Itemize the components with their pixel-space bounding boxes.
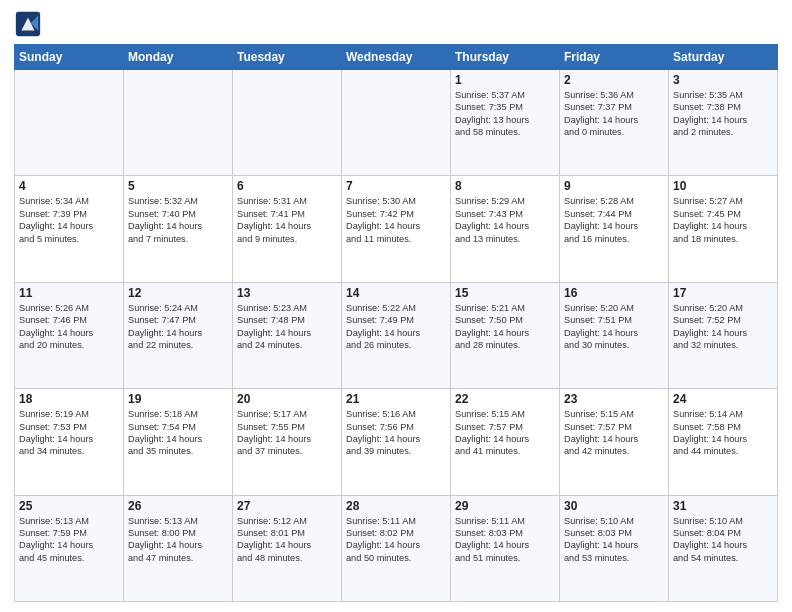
day-number: 17 [673,286,773,300]
day-info: Sunrise: 5:11 AM Sunset: 8:03 PM Dayligh… [455,515,555,565]
calendar-week-4: 18Sunrise: 5:19 AM Sunset: 7:53 PM Dayli… [15,389,778,495]
calendar-cell: 6Sunrise: 5:31 AM Sunset: 7:41 PM Daylig… [233,176,342,282]
day-number: 29 [455,499,555,513]
calendar-cell: 20Sunrise: 5:17 AM Sunset: 7:55 PM Dayli… [233,389,342,495]
day-info: Sunrise: 5:31 AM Sunset: 7:41 PM Dayligh… [237,195,337,245]
day-number: 7 [346,179,446,193]
day-number: 30 [564,499,664,513]
calendar-table: SundayMondayTuesdayWednesdayThursdayFrid… [14,44,778,602]
day-info: Sunrise: 5:10 AM Sunset: 8:03 PM Dayligh… [564,515,664,565]
calendar-cell [124,70,233,176]
day-header-sunday: Sunday [15,45,124,70]
calendar-cell: 2Sunrise: 5:36 AM Sunset: 7:37 PM Daylig… [560,70,669,176]
calendar-cell: 29Sunrise: 5:11 AM Sunset: 8:03 PM Dayli… [451,495,560,601]
calendar-week-3: 11Sunrise: 5:26 AM Sunset: 7:46 PM Dayli… [15,282,778,388]
day-header-tuesday: Tuesday [233,45,342,70]
day-info: Sunrise: 5:26 AM Sunset: 7:46 PM Dayligh… [19,302,119,352]
day-info: Sunrise: 5:24 AM Sunset: 7:47 PM Dayligh… [128,302,228,352]
day-number: 13 [237,286,337,300]
day-number: 24 [673,392,773,406]
day-info: Sunrise: 5:37 AM Sunset: 7:35 PM Dayligh… [455,89,555,139]
logo [14,10,46,38]
day-header-wednesday: Wednesday [342,45,451,70]
calendar-cell [233,70,342,176]
day-info: Sunrise: 5:13 AM Sunset: 7:59 PM Dayligh… [19,515,119,565]
day-info: Sunrise: 5:21 AM Sunset: 7:50 PM Dayligh… [455,302,555,352]
day-number: 4 [19,179,119,193]
day-header-saturday: Saturday [669,45,778,70]
calendar-cell: 8Sunrise: 5:29 AM Sunset: 7:43 PM Daylig… [451,176,560,282]
day-number: 19 [128,392,228,406]
day-info: Sunrise: 5:11 AM Sunset: 8:02 PM Dayligh… [346,515,446,565]
logo-icon [14,10,42,38]
day-number: 16 [564,286,664,300]
calendar-week-2: 4Sunrise: 5:34 AM Sunset: 7:39 PM Daylig… [15,176,778,282]
day-info: Sunrise: 5:17 AM Sunset: 7:55 PM Dayligh… [237,408,337,458]
calendar-cell [342,70,451,176]
day-header-friday: Friday [560,45,669,70]
day-info: Sunrise: 5:12 AM Sunset: 8:01 PM Dayligh… [237,515,337,565]
day-number: 10 [673,179,773,193]
day-number: 28 [346,499,446,513]
day-number: 31 [673,499,773,513]
day-info: Sunrise: 5:10 AM Sunset: 8:04 PM Dayligh… [673,515,773,565]
day-info: Sunrise: 5:20 AM Sunset: 7:51 PM Dayligh… [564,302,664,352]
day-info: Sunrise: 5:29 AM Sunset: 7:43 PM Dayligh… [455,195,555,245]
calendar-cell: 12Sunrise: 5:24 AM Sunset: 7:47 PM Dayli… [124,282,233,388]
day-number: 22 [455,392,555,406]
day-number: 14 [346,286,446,300]
day-info: Sunrise: 5:14 AM Sunset: 7:58 PM Dayligh… [673,408,773,458]
day-number: 23 [564,392,664,406]
day-number: 6 [237,179,337,193]
day-info: Sunrise: 5:22 AM Sunset: 7:49 PM Dayligh… [346,302,446,352]
calendar-cell: 10Sunrise: 5:27 AM Sunset: 7:45 PM Dayli… [669,176,778,282]
calendar-cell: 15Sunrise: 5:21 AM Sunset: 7:50 PM Dayli… [451,282,560,388]
day-number: 3 [673,73,773,87]
calendar-cell: 16Sunrise: 5:20 AM Sunset: 7:51 PM Dayli… [560,282,669,388]
calendar-cell: 3Sunrise: 5:35 AM Sunset: 7:38 PM Daylig… [669,70,778,176]
day-info: Sunrise: 5:35 AM Sunset: 7:38 PM Dayligh… [673,89,773,139]
day-number: 15 [455,286,555,300]
day-info: Sunrise: 5:18 AM Sunset: 7:54 PM Dayligh… [128,408,228,458]
day-info: Sunrise: 5:13 AM Sunset: 8:00 PM Dayligh… [128,515,228,565]
day-number: 21 [346,392,446,406]
day-number: 20 [237,392,337,406]
calendar-cell: 17Sunrise: 5:20 AM Sunset: 7:52 PM Dayli… [669,282,778,388]
day-number: 12 [128,286,228,300]
calendar-cell: 22Sunrise: 5:15 AM Sunset: 7:57 PM Dayli… [451,389,560,495]
day-info: Sunrise: 5:36 AM Sunset: 7:37 PM Dayligh… [564,89,664,139]
calendar-cell: 21Sunrise: 5:16 AM Sunset: 7:56 PM Dayli… [342,389,451,495]
day-number: 27 [237,499,337,513]
calendar-cell: 25Sunrise: 5:13 AM Sunset: 7:59 PM Dayli… [15,495,124,601]
day-number: 26 [128,499,228,513]
day-number: 1 [455,73,555,87]
calendar-week-1: 1Sunrise: 5:37 AM Sunset: 7:35 PM Daylig… [15,70,778,176]
day-info: Sunrise: 5:23 AM Sunset: 7:48 PM Dayligh… [237,302,337,352]
day-number: 9 [564,179,664,193]
day-header-monday: Monday [124,45,233,70]
calendar-cell: 28Sunrise: 5:11 AM Sunset: 8:02 PM Dayli… [342,495,451,601]
day-number: 18 [19,392,119,406]
calendar-cell: 9Sunrise: 5:28 AM Sunset: 7:44 PM Daylig… [560,176,669,282]
day-number: 2 [564,73,664,87]
calendar-cell: 1Sunrise: 5:37 AM Sunset: 7:35 PM Daylig… [451,70,560,176]
calendar-week-5: 25Sunrise: 5:13 AM Sunset: 7:59 PM Dayli… [15,495,778,601]
day-info: Sunrise: 5:15 AM Sunset: 7:57 PM Dayligh… [564,408,664,458]
calendar-cell: 27Sunrise: 5:12 AM Sunset: 8:01 PM Dayli… [233,495,342,601]
page: SundayMondayTuesdayWednesdayThursdayFrid… [0,0,792,612]
calendar-cell [15,70,124,176]
day-info: Sunrise: 5:28 AM Sunset: 7:44 PM Dayligh… [564,195,664,245]
day-info: Sunrise: 5:20 AM Sunset: 7:52 PM Dayligh… [673,302,773,352]
calendar-cell: 19Sunrise: 5:18 AM Sunset: 7:54 PM Dayli… [124,389,233,495]
calendar-cell: 31Sunrise: 5:10 AM Sunset: 8:04 PM Dayli… [669,495,778,601]
day-info: Sunrise: 5:30 AM Sunset: 7:42 PM Dayligh… [346,195,446,245]
calendar-cell: 18Sunrise: 5:19 AM Sunset: 7:53 PM Dayli… [15,389,124,495]
day-number: 5 [128,179,228,193]
calendar-cell: 11Sunrise: 5:26 AM Sunset: 7:46 PM Dayli… [15,282,124,388]
calendar-cell: 7Sunrise: 5:30 AM Sunset: 7:42 PM Daylig… [342,176,451,282]
day-number: 8 [455,179,555,193]
day-info: Sunrise: 5:15 AM Sunset: 7:57 PM Dayligh… [455,408,555,458]
day-info: Sunrise: 5:16 AM Sunset: 7:56 PM Dayligh… [346,408,446,458]
calendar-cell: 5Sunrise: 5:32 AM Sunset: 7:40 PM Daylig… [124,176,233,282]
calendar-cell: 14Sunrise: 5:22 AM Sunset: 7:49 PM Dayli… [342,282,451,388]
